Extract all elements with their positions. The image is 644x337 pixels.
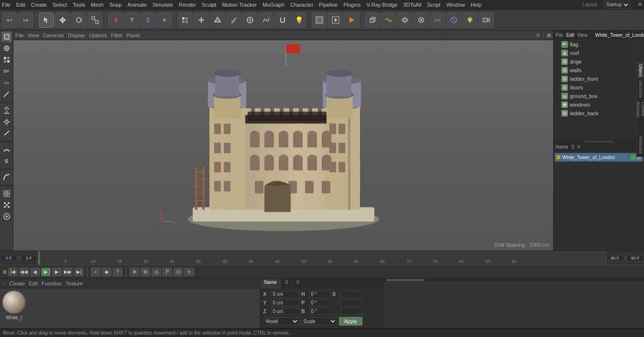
- menu-tools[interactable]: Tools: [73, 2, 85, 8]
- menu-snap[interactable]: Snap: [109, 2, 122, 8]
- vp-tab-cameras[interactable]: Cameras: [43, 33, 64, 38]
- coord-p-rot[interactable]: [309, 300, 331, 306]
- tool-bp-uv[interactable]: UV: [1, 77, 12, 88]
- obj-drige[interactable]: drige ⋮⋮: [554, 57, 644, 66]
- y-axis[interactable]: Y: [124, 12, 140, 28]
- light-icon[interactable]: 💡: [291, 12, 306, 28]
- coord-x-pos[interactable]: [271, 291, 300, 298]
- frame-start-input[interactable]: [1, 255, 16, 261]
- coord-sz[interactable]: [340, 308, 362, 315]
- obj-roof[interactable]: roof ⋮⋮: [554, 49, 644, 57]
- obj-walls[interactable]: walls ⋮⋮: [554, 66, 644, 75]
- fps-input[interactable]: [627, 255, 644, 261]
- tool-axis[interactable]: [1, 105, 12, 116]
- attr-tab-s[interactable]: S: [281, 279, 293, 288]
- generator-tool[interactable]: [414, 12, 429, 28]
- pb-mode1[interactable]: ⊕: [130, 268, 139, 276]
- coord-sy[interactable]: [340, 300, 362, 306]
- close-icon[interactable]: ✕: [638, 1, 642, 8]
- tool-dots[interactable]: [1, 200, 12, 210]
- coord-b-rot[interactable]: [309, 308, 331, 315]
- brush-tool[interactable]: [226, 12, 241, 28]
- vp-tab-options[interactable]: Options: [89, 33, 107, 38]
- tool-smooth[interactable]: [1, 144, 12, 155]
- pb-question[interactable]: ?: [113, 268, 122, 276]
- menu-character[interactable]: Character: [290, 2, 313, 8]
- nurbs-tool[interactable]: [397, 12, 413, 28]
- undo-button[interactable]: ↩: [2, 12, 17, 28]
- select-tool[interactable]: [39, 12, 54, 28]
- vp-tab-filter[interactable]: Filter: [111, 33, 122, 38]
- obj-windows[interactable]: windows ⋮⋮: [554, 100, 644, 109]
- timeline-ruler[interactable]: 0 5 10 15 20 25 30 35 40 45 50 55 60 65 …: [38, 251, 606, 265]
- render-region[interactable]: [312, 12, 327, 28]
- coord-sx[interactable]: [340, 291, 362, 298]
- attr-tab-name[interactable]: Name: [261, 279, 282, 288]
- pb-record[interactable]: ●: [91, 268, 100, 276]
- vp-down-icon[interactable]: ↓: [542, 32, 545, 38]
- rotate-tool[interactable]: [71, 12, 87, 28]
- menu-plugins[interactable]: Plugins: [343, 2, 360, 8]
- menu-motion-tracker[interactable]: Motion Tracker: [222, 2, 257, 8]
- frame-current-input[interactable]: [22, 255, 37, 261]
- attr-tab-name[interactable]: Name: [556, 144, 568, 150]
- tool-circle-tool[interactable]: [1, 211, 12, 222]
- pb-play[interactable]: ▶: [41, 268, 51, 276]
- tool-snap[interactable]: [1, 117, 12, 127]
- spline-tool[interactable]: [259, 12, 274, 28]
- obj-ladder-front[interactable]: ladder_front ⋮⋮: [554, 75, 644, 83]
- tool-texture[interactable]: [1, 43, 12, 54]
- render-active[interactable]: [344, 12, 360, 28]
- attr-tab-s[interactable]: S: [571, 144, 575, 150]
- x-axis[interactable]: X: [108, 12, 123, 28]
- vp-nav-icon[interactable]: ⊕: [536, 32, 540, 38]
- camera-tool[interactable]: [479, 12, 494, 28]
- pb-mode2[interactable]: ⊞: [141, 268, 150, 276]
- pb-first-frame[interactable]: |◀: [8, 268, 18, 276]
- menu-edit[interactable]: Edit: [16, 2, 25, 8]
- obj-ground-box[interactable]: ground_box ⋮⋮: [554, 92, 644, 100]
- om-tab-file[interactable]: File: [556, 33, 563, 38]
- viewport[interactable]: Perspective: [13, 40, 553, 250]
- add-tool[interactable]: +: [157, 12, 172, 28]
- scale-select[interactable]: Scale: [301, 317, 337, 325]
- layout-select[interactable]: Startup: [604, 1, 630, 9]
- menu-file[interactable]: File: [2, 2, 11, 8]
- tool-model[interactable]: [1, 32, 12, 42]
- tool-curve[interactable]: [1, 172, 12, 183]
- menu-render[interactable]: Render: [179, 2, 196, 8]
- vsidebar-structure[interactable]: Structure: [637, 78, 644, 100]
- pb-prev-frame[interactable]: ◀: [30, 268, 40, 276]
- pb-prev-keyframe[interactable]: ◀◀: [19, 268, 29, 276]
- vp-tab-view[interactable]: View: [28, 33, 39, 38]
- frame-end-input[interactable]: [606, 255, 623, 261]
- light-tool[interactable]: [462, 12, 478, 28]
- pb-mode3[interactable]: ◎: [152, 268, 161, 276]
- coord-h-rot[interactable]: [309, 291, 331, 298]
- mat-create[interactable]: Create: [9, 281, 25, 286]
- pb-next-keyframe[interactable]: ▶▶: [63, 268, 73, 276]
- vsidebar-attributes[interactable]: Attributes: [637, 134, 644, 156]
- vsidebar-browser[interactable]: Current Browser: [635, 100, 644, 134]
- pb-last-frame[interactable]: ▶|: [74, 268, 84, 276]
- world-select[interactable]: World: [263, 317, 299, 325]
- magnet-tool[interactable]: [275, 12, 290, 28]
- poly-mode[interactable]: [210, 12, 225, 28]
- obj-doors[interactable]: doors ⋮⋮: [554, 83, 644, 92]
- tool-s[interactable]: S: [1, 156, 12, 166]
- menu-create[interactable]: Create: [31, 2, 47, 8]
- menu-script[interactable]: Script: [427, 2, 440, 8]
- tool-grid[interactable]: [1, 188, 12, 199]
- om-tab-view[interactable]: View: [577, 33, 588, 38]
- attr-selected-row[interactable]: White_Tower_of_London: [555, 153, 643, 162]
- mat-item[interactable]: White_t: [2, 290, 26, 320]
- attr-tab-v[interactable]: V: [293, 279, 304, 288]
- scrollbar-h[interactable]: [384, 279, 644, 282]
- effector-tool[interactable]: [446, 12, 461, 28]
- vp-tab-file[interactable]: File: [15, 33, 24, 38]
- menu-sculpt[interactable]: Sculpt: [202, 2, 217, 8]
- scrollbar-thumb[interactable]: [386, 279, 425, 281]
- mat-texture[interactable]: Texture: [65, 281, 83, 286]
- knife-tool[interactable]: [242, 12, 258, 28]
- menu-select[interactable]: Select: [53, 2, 67, 8]
